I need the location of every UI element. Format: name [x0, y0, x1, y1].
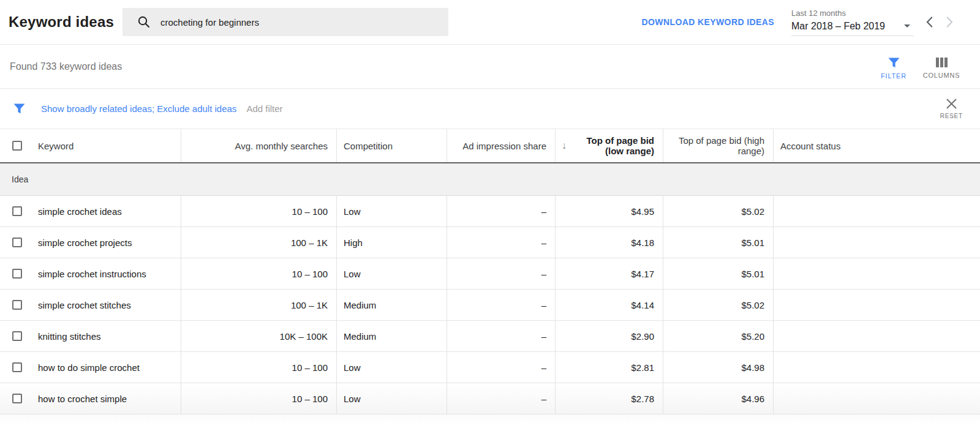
- competition-cell: High: [336, 227, 447, 258]
- found-count: Found 733 keyword ideas: [10, 61, 122, 72]
- keyword-cell: simple crochet stitches: [0, 290, 181, 320]
- filter-bar: Show broadly related ideas; Exclude adul…: [0, 88, 980, 129]
- account-status-cell: [773, 383, 980, 414]
- filter-button-label: FILTER: [881, 72, 907, 80]
- account-status-cell: [773, 290, 980, 320]
- avg-monthly-searches-cell: 10 – 100: [181, 258, 336, 289]
- header-cell-keyword: Keyword: [0, 129, 181, 162]
- ad-impression-share-cell: –: [447, 196, 555, 226]
- keyword-cell: simple crochet instructions: [0, 258, 181, 289]
- top-of-page-bid-low-cell: $4.95: [555, 196, 663, 226]
- account-status-cell: [773, 227, 980, 258]
- competition-cell: Low: [336, 196, 447, 226]
- avg-monthly-searches-cell: 10 – 100: [181, 383, 336, 414]
- header-cell-top-of-page-bid-low[interactable]: ↓ Top of page bid (low range): [555, 129, 663, 162]
- keyword-cell: simple crochet ideas: [0, 196, 181, 226]
- column-label-keyword[interactable]: Keyword: [38, 141, 74, 151]
- row-checkbox[interactable]: [12, 238, 22, 247]
- keyword-cell: knitting stitches: [0, 321, 181, 351]
- keyword-table-row: knitting stitches 10K – 100K Medium – $2…: [0, 321, 980, 352]
- section-row-idea: Idea: [0, 163, 980, 196]
- top-of-page-bid-high-cell: $5.02: [663, 290, 773, 320]
- ad-impression-share-cell: –: [447, 227, 555, 258]
- row-checkbox[interactable]: [12, 300, 22, 310]
- keyword-search-box[interactable]: [123, 8, 448, 36]
- top-of-page-bid-low-cell: $2.90: [555, 321, 663, 351]
- columns-icon: [936, 58, 948, 67]
- keyword-planner-page: Keyword ideas DOWNLOAD KEYWORD IDEAS Las…: [0, 0, 980, 423]
- bottom-fade: [0, 414, 980, 423]
- search-input[interactable]: [160, 17, 418, 28]
- filter-funnel-icon: [888, 58, 900, 68]
- download-keyword-ideas-button[interactable]: DOWNLOAD KEYWORD IDEAS: [642, 17, 774, 27]
- sort-descending-arrow-icon: ↓: [556, 140, 567, 151]
- ad-impression-share-cell: –: [447, 321, 555, 351]
- date-range-value: Mar 2018 – Feb 2019: [791, 21, 885, 32]
- avg-monthly-searches-cell: 10 – 100: [181, 196, 336, 226]
- dropdown-arrow-icon: [904, 24, 910, 28]
- avg-monthly-searches-cell: 100 – 1K: [181, 227, 336, 258]
- avg-monthly-searches-cell: 10K – 100K: [181, 321, 336, 351]
- ad-impression-share-cell: –: [447, 383, 555, 414]
- keyword-table-row: simple crochet instructions 10 – 100 Low…: [0, 258, 980, 290]
- results-bar: Found 733 keyword ideas FILTER COLUMNS: [0, 44, 980, 88]
- keyword-text: simple crochet projects: [38, 238, 132, 248]
- keyword-text: simple crochet ideas: [38, 206, 122, 217]
- keyword-cell: how to do simple crochet: [0, 352, 181, 383]
- account-status-cell: [773, 196, 980, 226]
- row-checkbox[interactable]: [12, 362, 22, 372]
- avg-monthly-searches-cell: 10 – 100: [181, 352, 336, 383]
- ad-impression-share-cell: –: [447, 352, 555, 383]
- header-cell-ad-impression-share[interactable]: Ad impression share: [447, 129, 555, 162]
- top-of-page-bid-low-cell: $4.18: [555, 227, 663, 258]
- top-of-page-bid-high-cell: $4.96: [663, 383, 773, 414]
- chevron-left-icon[interactable]: [926, 17, 933, 28]
- close-x-icon: [946, 98, 957, 110]
- competition-cell: Low: [336, 258, 447, 289]
- keyword-text: simple crochet stitches: [38, 300, 131, 310]
- competition-cell: Medium: [336, 321, 447, 351]
- top-of-page-bid-high-cell: $5.02: [663, 196, 773, 226]
- keyword-cell: how to crochet simple: [0, 383, 181, 414]
- section-label: Idea: [12, 174, 28, 184]
- top-of-page-bid-high-cell: $5.20: [663, 321, 773, 351]
- select-all-checkbox[interactable]: [12, 141, 22, 151]
- date-range-selector[interactable]: Last 12 months Mar 2018 – Feb 2019: [791, 9, 914, 36]
- reset-filters-button[interactable]: RESET: [940, 98, 963, 119]
- row-checkbox[interactable]: [12, 331, 22, 341]
- keyword-table-row: how to crochet simple 10 – 100 Low – $2.…: [0, 383, 980, 414]
- filter-button[interactable]: FILTER: [873, 54, 914, 80]
- keyword-table-row: simple crochet projects 100 – 1K High – …: [0, 227, 980, 258]
- columns-button-label: COLUMNS: [923, 72, 960, 79]
- header-cell-top-of-page-bid-high[interactable]: Top of page bid (high range): [663, 129, 773, 162]
- top-of-page-bid-high-cell: $5.01: [663, 258, 773, 289]
- header-cell-account-status[interactable]: Account status: [773, 129, 980, 162]
- top-of-page-bid-high-cell: $4.98: [663, 352, 773, 383]
- row-checkbox[interactable]: [12, 206, 22, 216]
- date-pager: [926, 17, 953, 28]
- keyword-table-row: how to do simple crochet 10 – 100 Low – …: [0, 352, 980, 383]
- row-checkbox[interactable]: [12, 269, 22, 279]
- search-icon: [137, 15, 151, 29]
- page-title: Keyword ideas: [9, 13, 114, 31]
- keyword-table-row: simple crochet stitches 100 – 1K Medium …: [0, 290, 980, 321]
- header-cell-avg-monthly-searches[interactable]: Avg. monthly searches: [181, 129, 336, 162]
- table-header-row: Keyword Avg. monthly searches Competitio…: [0, 129, 980, 163]
- chevron-right-icon[interactable]: [946, 17, 953, 28]
- keyword-text: knitting stitches: [38, 331, 101, 342]
- header-cell-competition[interactable]: Competition: [336, 129, 447, 162]
- competition-cell: Medium: [336, 290, 447, 320]
- row-checkbox[interactable]: [12, 394, 22, 403]
- competition-cell: Low: [336, 352, 447, 383]
- keyword-table-row: simple crochet ideas 10 – 100 Low – $4.9…: [0, 196, 980, 227]
- date-range-label: Last 12 months: [791, 9, 914, 18]
- keyword-text: how to do simple crochet: [38, 362, 140, 373]
- keyword-text: how to crochet simple: [38, 394, 127, 404]
- competition-cell: Low: [336, 383, 447, 414]
- keyword-cell: simple crochet projects: [0, 227, 181, 258]
- add-filter-input[interactable]: Add filter: [246, 103, 282, 114]
- active-filters-link[interactable]: Show broadly related ideas; Exclude adul…: [41, 103, 236, 114]
- account-status-cell: [773, 321, 980, 351]
- account-status-cell: [773, 352, 980, 383]
- columns-button[interactable]: COLUMNS: [921, 54, 962, 80]
